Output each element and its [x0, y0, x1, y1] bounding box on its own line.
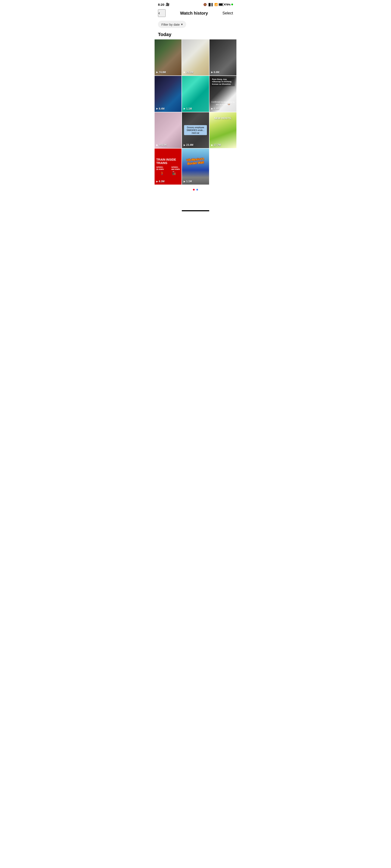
play-icon: ▶ [184, 180, 185, 183]
new-hosts-text: NEW HOSTS, [210, 117, 236, 120]
time: 8:20 [158, 3, 164, 6]
train-overlay: TRAIN INSIDE TRAINS Speed: 25 km/h Speed… [155, 149, 181, 185]
view-count: 8.4M [159, 107, 164, 110]
play-icon: ▶ [156, 107, 158, 110]
play-icon: ▶ [184, 107, 185, 110]
list-item[interactable]: ▶ 74.8M [155, 39, 181, 75]
page-indicator [154, 185, 237, 193]
battery-percent: 79% [225, 3, 231, 6]
mute-icon: 🔕 [203, 3, 207, 6]
page-title: Watch history [180, 11, 208, 16]
list-item[interactable]: ▶ 6.6M [210, 39, 236, 75]
view-count: 6.4M [214, 107, 219, 110]
filter-bar: Filter by date ▾ [154, 20, 237, 31]
train-speed1-val: 25 km/h [156, 168, 164, 170]
chevron-down-icon: ▾ [181, 23, 183, 26]
back-button[interactable]: ‹ [158, 9, 166, 17]
play-icon: ▶ [211, 71, 213, 73]
filter-by-date-button[interactable]: Filter by date ▾ [158, 21, 186, 28]
green-dot [231, 4, 233, 5]
person-icon: 🚶 [160, 172, 164, 175]
ryan-overlay: Ryan Bang, may nakausap na bisitang Kore… [210, 76, 236, 112]
status-left: 8:20 🎥 [158, 3, 170, 6]
select-button[interactable]: Select [222, 11, 233, 16]
wifi-icon: 📶 [214, 3, 218, 6]
play-icon: ▶ [211, 107, 213, 110]
play-icon: ▶ [184, 144, 185, 147]
filter-label: Filter by date [161, 23, 180, 26]
list-item[interactable]: US-Mexico's Border Wall ▶ 1.1M [182, 149, 209, 185]
play-icon: ▶ [211, 144, 213, 147]
list-item[interactable]: NEW HOSTS, ▶ 17.7M [210, 112, 236, 148]
list-item[interactable]: TRAIN INSIDE TRAINS Speed: 25 km/h Speed… [155, 149, 181, 185]
view-count: 6.3M [159, 180, 164, 183]
today-section-title: Today [154, 31, 237, 39]
list-item[interactable]: ▶ 25.1M [182, 39, 209, 75]
border-wall-text: US-Mexico's Border Wall [184, 157, 207, 165]
signal-icon: ▐▌▌ [208, 3, 213, 6]
view-count: 23.4M [186, 144, 193, 147]
play-icon: ▶ [156, 144, 158, 147]
play-icon: ▶ [184, 71, 185, 73]
ryan-top-text: Ryan Bang, may nakausap na bisitang Kore… [211, 78, 235, 86]
train-title: TRAIN INSIDE TRAINS [156, 158, 180, 165]
ryan-bottom-text: Confirmed na ang tunog ng aso sa Korea 🐶 [211, 101, 235, 106]
play-icon: ▶ [156, 71, 158, 73]
train-speed2-val: 460 km/h [171, 168, 180, 170]
grocery-overlay: Grocery employee SMASHES smok... med car [184, 125, 207, 135]
view-count: 25.1M [186, 71, 193, 74]
view-count: 17.7M [214, 144, 221, 147]
page-dot-1 [193, 189, 194, 190]
header: ‹ Watch history Select [154, 8, 237, 20]
view-count: 841.9K [159, 144, 167, 147]
camera-icon: 🎥 [166, 3, 170, 6]
home-indicator[interactable] [182, 210, 209, 211]
status-bar: 8:20 🎥 🔕 ▐▌▌ 📶 79% [154, 0, 237, 8]
border-wall-overlay: US-Mexico's Border Wall [185, 158, 206, 165]
new-hosts-overlay: NEW HOSTS, [210, 112, 236, 148]
list-item[interactable]: ▶ 8.4M [155, 76, 181, 112]
train-icon: 🚂 [172, 172, 176, 175]
list-item[interactable]: Grocery employee SMASHES smok... med car… [182, 112, 209, 148]
list-item[interactable]: Ryan Bang, may nakausap na bisitang Kore… [210, 76, 236, 112]
view-count: 1.1M [186, 180, 192, 183]
view-count: 1.1M [186, 107, 192, 110]
bottom-bar [154, 206, 237, 213]
battery-icon [219, 3, 224, 6]
list-item[interactable]: ▶ 841.9K [155, 112, 181, 148]
page-dot-2 [197, 189, 198, 190]
list-item[interactable]: ▶ 1.1M [182, 76, 209, 112]
video-grid: ▶ 74.8M ▶ 25.1M ▶ 6.6M ▶ 8.4M ▶ 1.1M Rya [154, 39, 237, 185]
view-count: 74.8M [159, 71, 166, 74]
play-icon: ▶ [156, 180, 158, 183]
view-count: 6.6M [214, 71, 219, 74]
status-right: 🔕 ▐▌▌ 📶 79% [203, 3, 233, 6]
